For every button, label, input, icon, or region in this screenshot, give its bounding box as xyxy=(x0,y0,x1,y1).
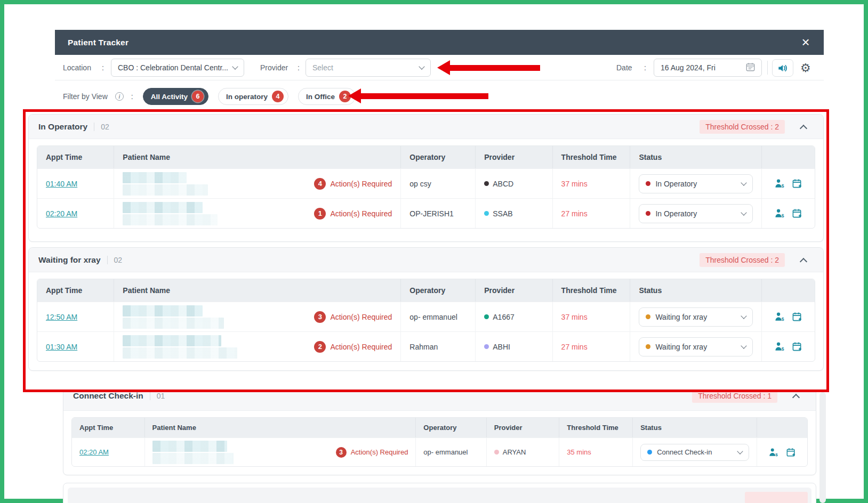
actions-required-link[interactable]: 2 Action(s) Required xyxy=(314,341,392,353)
chevron-down-icon xyxy=(741,209,746,215)
section-count: 02 xyxy=(114,256,123,264)
section-title: Waiting for xray xyxy=(38,255,101,265)
appt-time-link[interactable]: 12:50 AM xyxy=(46,313,77,321)
table-header-row: Appt Time Patient Name Operatory Provide… xyxy=(72,418,807,437)
operatory-value: op- emmanuel xyxy=(416,437,486,466)
actions-required-link[interactable]: 3 Action(s) Required xyxy=(336,447,408,458)
status-color-dot xyxy=(646,181,650,186)
patient-payment-icon[interactable]: $ xyxy=(774,342,785,352)
calendar-icon xyxy=(746,62,755,73)
patient-table: Appt Time Patient Name Operatory Provide… xyxy=(71,417,808,467)
provider-color-dot xyxy=(484,314,489,319)
screenshot-green-frame: Patient Tracker × Location : CBO : Celeb… xyxy=(0,0,868,503)
col-operatory: Operatory xyxy=(401,146,476,168)
actions-required-link[interactable]: 4 Action(s) Required xyxy=(314,178,392,190)
col-patient-name: Patient Name xyxy=(114,146,401,168)
provider-value: SSAB xyxy=(476,198,552,228)
appt-time-link[interactable]: 02:20 AM xyxy=(46,209,77,218)
section-header: Waiting for xray 02 Threshold Crossed : … xyxy=(29,248,823,272)
collapse-chevron-icon[interactable] xyxy=(800,124,807,132)
operatory-value: op csy xyxy=(401,168,476,198)
provider-value: ARYAN xyxy=(487,437,560,466)
threshold-crossed-badge: Threshold Crossed : 2 xyxy=(700,253,785,267)
speaker-icon xyxy=(777,63,788,73)
status-dropdown[interactable]: In Operatory xyxy=(639,174,752,193)
pill-count-badge: 4 xyxy=(272,91,284,102)
threshold-time-value: 27 mins xyxy=(553,198,631,228)
provider-value: ABCD xyxy=(476,168,552,198)
sound-toggle-button[interactable] xyxy=(772,59,793,77)
location-select-value: CBO : Celebration Dental Centr... xyxy=(118,63,233,72)
actions-required-link[interactable]: 3 Action(s) Required xyxy=(314,311,392,323)
location-select[interactable]: CBO : Celebration Dental Centr... xyxy=(111,59,244,77)
actions-required-link[interactable]: 1 Action(s) Required xyxy=(314,208,392,220)
date-colon: : xyxy=(644,55,646,80)
table-row: 02:20 AM 1 Action(s) Required OP-JERISH1… xyxy=(37,198,815,228)
collapse-chevron-icon[interactable] xyxy=(800,257,807,265)
status-color-dot xyxy=(646,314,650,319)
filter-pill-all-activity[interactable]: All Activity 6 xyxy=(143,88,208,105)
section-header: In Operatory 02 Threshold Crossed : 2 xyxy=(29,115,823,139)
appt-time-link[interactable]: 01:40 AM xyxy=(46,180,77,188)
patient-payment-icon[interactable]: $ xyxy=(774,179,785,189)
col-status: Status xyxy=(630,279,761,302)
status-dropdown[interactable]: Connect Check-in xyxy=(640,444,749,461)
scrollbar[interactable] xyxy=(819,392,826,503)
settings-gear-icon[interactable]: ⚙ xyxy=(800,61,811,75)
section-in-operatory: In Operatory 02 Threshold Crossed : 2 Ap… xyxy=(28,114,824,242)
chevron-down-icon xyxy=(741,313,746,319)
calendar-plus-icon[interactable] xyxy=(792,342,802,352)
calendar-plus-icon[interactable] xyxy=(792,208,802,218)
pill-label: All Activity xyxy=(151,93,188,101)
provider-value: ABHI xyxy=(476,331,552,361)
divider xyxy=(107,256,108,264)
status-color-dot xyxy=(647,450,652,455)
actions-required-label: Action(s) Required xyxy=(330,180,392,188)
appt-time-link[interactable]: 01:30 AM xyxy=(46,343,77,351)
section-title: Connect Check-in xyxy=(73,391,143,401)
calendar-plus-icon[interactable] xyxy=(786,448,796,457)
next-section-partial xyxy=(63,483,816,503)
chevron-down-icon xyxy=(741,180,746,185)
filter-pill-in-operatory[interactable]: In operatory 4 xyxy=(218,88,288,105)
pill-label: In operatory xyxy=(226,93,268,101)
patient-table: Appt Time Patient Name Operatory Provide… xyxy=(37,145,815,229)
patient-payment-icon[interactable]: $ xyxy=(774,208,785,218)
col-patient-name: Patient Name xyxy=(145,418,416,437)
patient-name-redacted xyxy=(123,305,224,329)
status-dropdown[interactable]: Waiting for xray xyxy=(639,337,752,356)
svg-text:$: $ xyxy=(781,183,784,189)
info-icon[interactable]: i xyxy=(115,92,124,101)
patient-payment-icon[interactable]: $ xyxy=(774,312,785,322)
col-threshold-time: Threshold Time xyxy=(553,279,631,302)
annotation-arrow xyxy=(348,88,489,103)
provider-color-dot xyxy=(484,211,489,216)
actions-required-label: Action(s) Required xyxy=(351,448,408,456)
collapse-chevron-icon[interactable] xyxy=(792,393,800,401)
date-value: 16 Aug 2024, Fri xyxy=(661,63,741,72)
calendar-plus-icon[interactable] xyxy=(792,179,802,189)
threshold-time-value: 37 mins xyxy=(553,168,631,198)
date-input[interactable]: 16 Aug 2024, Fri xyxy=(654,59,762,77)
status-dropdown[interactable]: Waiting for xray xyxy=(639,307,752,327)
provider-select[interactable]: Select xyxy=(306,59,431,77)
patient-name-redacted xyxy=(152,441,234,464)
close-icon[interactable]: × xyxy=(797,34,814,51)
col-appt-time: Appt Time xyxy=(37,146,114,168)
status-dropdown[interactable]: In Operatory xyxy=(639,204,752,223)
annotation-highlight-box: In Operatory 02 Threshold Crossed : 2 Ap… xyxy=(23,109,829,392)
calendar-plus-icon[interactable] xyxy=(792,312,802,322)
filter-pill-in-office[interactable]: In Office 2 xyxy=(298,88,356,105)
appt-time-link[interactable]: 02:20 AM xyxy=(79,448,109,456)
status-color-dot xyxy=(646,211,650,216)
actions-required-label: Action(s) Required xyxy=(330,343,392,351)
filter-colon: : xyxy=(131,92,133,101)
location-colon: : xyxy=(102,55,104,80)
location-label: Location xyxy=(63,55,91,80)
provider-label: Provider xyxy=(260,55,288,80)
patient-payment-icon[interactable]: $ xyxy=(768,448,779,457)
svg-text:$: $ xyxy=(781,213,784,218)
patient-name-redacted xyxy=(123,172,208,196)
col-operatory: Operatory xyxy=(416,418,486,437)
section-count: 02 xyxy=(101,123,109,131)
